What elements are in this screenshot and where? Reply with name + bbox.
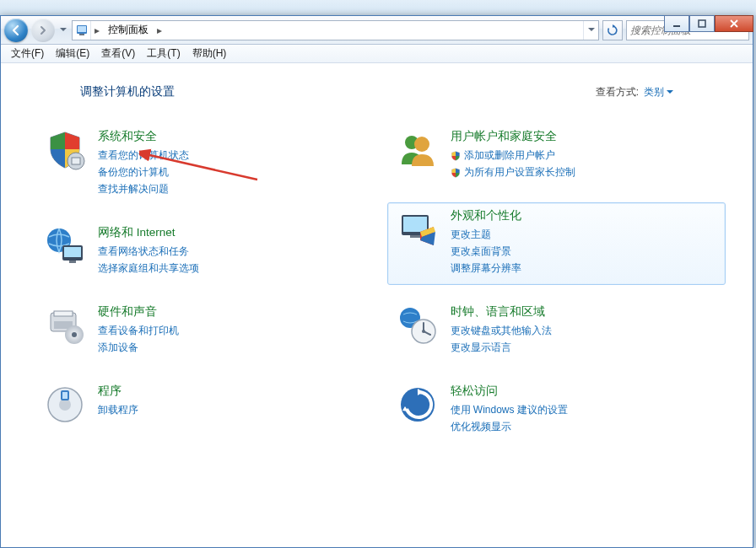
category-link[interactable]: 更改桌面背景 xyxy=(451,244,521,259)
category-body: 用户帐户和家庭安全添加或删除用户帐户为所有用户设置家长控制 xyxy=(451,129,575,180)
categories-grid: 系统和安全查看您的计算机状态备份您的计算机查找并解决问题网络和 Internet… xyxy=(28,123,726,443)
menu-edit[interactable]: 编辑(E) xyxy=(51,45,94,62)
category-heading[interactable]: 系统和安全 xyxy=(98,129,189,144)
category-icon xyxy=(397,129,439,171)
svg-rect-3 xyxy=(78,26,86,32)
category-link[interactable]: 查看您的计算机状态 xyxy=(98,148,189,163)
svg-rect-20 xyxy=(62,392,68,399)
refresh-button[interactable] xyxy=(602,20,623,40)
category-link[interactable]: 添加设备 xyxy=(98,341,179,355)
category-body: 程序卸载程序 xyxy=(98,384,138,426)
chevron-right-icon[interactable]: ▸ xyxy=(154,24,165,36)
view-mode-picker: 查看方式: 类别 xyxy=(596,85,673,99)
page-title: 调整计算机的设置 xyxy=(80,84,175,99)
category-link[interactable]: 查找并解决问题 xyxy=(98,182,189,196)
svg-rect-24 xyxy=(403,217,427,232)
category-body: 硬件和声音查看设备和打印机添加设备 xyxy=(98,304,179,355)
minimize-button[interactable] xyxy=(664,15,689,32)
taskbar-strip xyxy=(0,0,756,15)
category-link[interactable]: 更改键盘或其他输入法 xyxy=(451,324,552,338)
category-link[interactable]: 更改显示语言 xyxy=(451,341,552,355)
view-mode-label: 查看方式: xyxy=(596,85,639,99)
navigation-bar: ▸ 控制面板 ▸ xyxy=(1,16,753,45)
right-column: 用户帐户和家庭安全添加或删除用户帐户为所有用户设置家长控制外观和个性化更改主题更… xyxy=(387,123,726,443)
view-mode-dropdown[interactable]: 类别 xyxy=(644,85,673,99)
menu-help[interactable]: 帮助(H) xyxy=(187,45,232,62)
category-icon xyxy=(44,129,86,171)
category-heading[interactable]: 硬件和声音 xyxy=(98,304,179,320)
svg-rect-4 xyxy=(79,34,84,35)
maximize-button[interactable] xyxy=(689,15,715,32)
category-icon xyxy=(44,225,86,267)
window-controls xyxy=(664,15,753,32)
window-frame: ▸ 控制面板 ▸ 文件(F) 编辑(E) 查看(V) 工具(T) 帮助(H) 调… xyxy=(0,15,753,548)
category-body: 网络和 Internet查看网络状态和任务选择家庭组和共享选项 xyxy=(98,225,199,276)
category-left-1: 网络和 Internet查看网络状态和任务选择家庭组和共享选项 xyxy=(35,219,374,285)
address-bar[interactable]: ▸ 控制面板 ▸ xyxy=(72,20,599,40)
svg-rect-0 xyxy=(673,25,680,27)
category-icon xyxy=(44,304,86,347)
category-icon xyxy=(397,304,439,347)
breadcrumb-segment[interactable]: 控制面板 xyxy=(103,21,154,40)
category-link[interactable]: 更改主题 xyxy=(451,228,521,242)
control-panel-icon xyxy=(73,21,91,40)
close-button[interactable] xyxy=(715,15,753,32)
category-right-2: 时钟、语言和区域更改键盘或其他输入法更改显示语言 xyxy=(387,298,726,364)
svg-rect-25 xyxy=(410,235,420,238)
category-link[interactable]: 查看设备和打印机 xyxy=(98,324,179,338)
category-icon xyxy=(397,208,439,250)
svg-rect-10 xyxy=(64,247,81,257)
category-link[interactable]: 为所有用户设置家长控制 xyxy=(451,165,575,180)
left-column: 系统和安全查看您的计算机状态备份您的计算机查找并解决问题网络和 Internet… xyxy=(35,123,374,443)
category-heading[interactable]: 程序 xyxy=(98,384,138,399)
category-link[interactable]: 查看网络状态和任务 xyxy=(98,244,199,259)
content-header: 调整计算机的设置 查看方式: 类别 xyxy=(28,84,726,99)
category-left-2: 硬件和声音查看设备和打印机添加设备 xyxy=(35,298,374,364)
svg-rect-1 xyxy=(699,20,705,27)
category-heading[interactable]: 用户帐户和家庭安全 xyxy=(451,129,575,144)
category-right-0: 用户帐户和家庭安全添加或删除用户帐户为所有用户设置家长控制 xyxy=(387,123,726,189)
category-link[interactable]: 添加或删除用户帐户 xyxy=(451,148,575,163)
category-right-3: 轻松访问使用 Windows 建议的设置优化视频显示 xyxy=(387,378,726,443)
back-button[interactable] xyxy=(4,19,28,42)
category-body: 轻松访问使用 Windows 建议的设置优化视频显示 xyxy=(451,384,568,434)
category-heading[interactable]: 外观和个性化 xyxy=(451,208,521,223)
category-link[interactable]: 优化视频显示 xyxy=(451,420,568,434)
category-body: 时钟、语言和区域更改键盘或其他输入法更改显示语言 xyxy=(451,304,552,355)
category-body: 外观和个性化更改主题更改桌面背景调整屏幕分辨率 xyxy=(451,208,521,276)
category-left-3: 程序卸载程序 xyxy=(35,378,374,435)
forward-button[interactable] xyxy=(31,19,55,42)
address-dropdown-button[interactable] xyxy=(583,21,598,40)
svg-point-18 xyxy=(59,399,71,411)
svg-rect-11 xyxy=(69,261,76,263)
category-icon xyxy=(397,384,439,426)
category-icon xyxy=(44,384,86,426)
svg-point-16 xyxy=(72,332,77,337)
category-link[interactable]: 调整屏幕分辨率 xyxy=(451,261,521,276)
category-left-0: 系统和安全查看您的计算机状态备份您的计算机查找并解决问题 xyxy=(35,123,374,206)
svg-rect-13 xyxy=(54,311,73,316)
content-area: 调整计算机的设置 查看方式: 类别 系统和安全查看您的计算机状态备份您的计算机查… xyxy=(1,64,753,547)
chevron-right-icon[interactable]: ▸ xyxy=(91,24,103,36)
category-link[interactable]: 备份您的计算机 xyxy=(98,165,189,180)
chevron-down-icon xyxy=(667,90,673,94)
view-mode-value: 类别 xyxy=(644,85,664,99)
category-body: 系统和安全查看您的计算机状态备份您的计算机查找并解决问题 xyxy=(98,129,189,196)
menu-file[interactable]: 文件(F) xyxy=(6,45,49,62)
category-heading[interactable]: 时钟、语言和区域 xyxy=(451,304,552,320)
history-dropdown-button[interactable] xyxy=(58,21,68,40)
menu-view[interactable]: 查看(V) xyxy=(96,45,140,62)
svg-point-22 xyxy=(414,137,429,152)
category-right-1: 外观和个性化更改主题更改桌面背景调整屏幕分辨率 xyxy=(387,202,726,285)
category-link[interactable]: 选择家庭组和共享选项 xyxy=(98,261,199,276)
svg-point-28 xyxy=(422,330,425,333)
category-link[interactable]: 使用 Windows 建议的设置 xyxy=(451,403,568,417)
svg-rect-7 xyxy=(72,158,80,164)
category-heading[interactable]: 网络和 Internet xyxy=(98,225,199,240)
menu-bar: 文件(F) 编辑(E) 查看(V) 工具(T) 帮助(H) xyxy=(1,45,753,63)
menu-tools[interactable]: 工具(T) xyxy=(142,45,185,62)
category-link[interactable]: 卸载程序 xyxy=(98,403,138,417)
category-heading[interactable]: 轻松访问 xyxy=(451,384,568,399)
